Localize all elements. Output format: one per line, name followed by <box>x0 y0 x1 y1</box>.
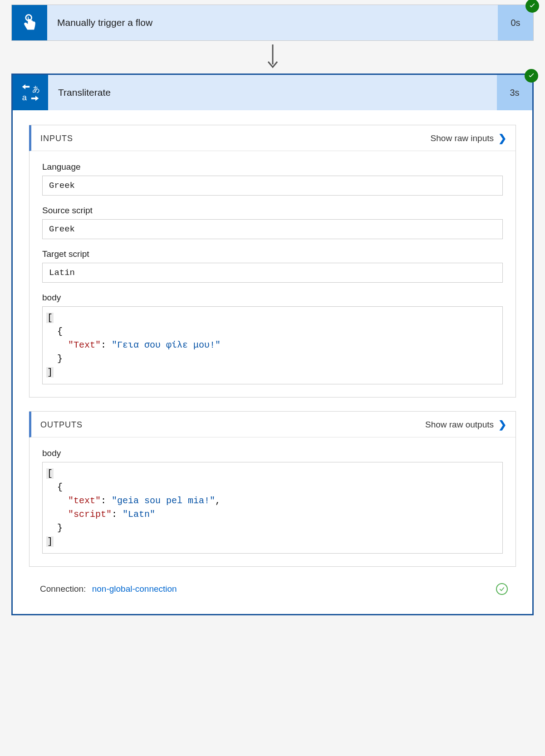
outputs-body: body [ { "text": "geia sou pel mia!", "s… <box>29 437 516 566</box>
trigger-title: Manually trigger a flow <box>47 5 498 40</box>
output-script-val: "Latn" <box>123 509 155 520</box>
input-body-label: body <box>42 293 503 303</box>
output-body-field: body [ { "text": "geia sou pel mia!", "s… <box>42 448 503 554</box>
language-value: Greek <box>42 176 503 196</box>
language-field: Language Greek <box>42 162 503 196</box>
show-raw-outputs-label: Show raw outputs <box>425 420 494 430</box>
input-body-val: "Γεια σου φίλε μου!" <box>112 340 221 350</box>
output-script-key: "script" <box>68 509 112 520</box>
show-raw-inputs-label: Show raw inputs <box>431 133 494 143</box>
source-script-field: Source script Greek <box>42 206 503 239</box>
inputs-body: Language Greek Source script Greek Targe… <box>29 151 516 397</box>
show-raw-outputs-button[interactable]: Show raw outputs ❯ <box>425 419 506 431</box>
output-text-val: "geia sou pel mia!" <box>112 496 215 506</box>
translate-icon: あ a <box>13 75 48 110</box>
trigger-header: Manually trigger a flow 0s <box>12 5 533 40</box>
output-text-key: "text" <box>68 496 101 506</box>
touch-icon <box>12 5 47 40</box>
connection-link[interactable]: non-global-connection <box>92 584 177 594</box>
trigger-card[interactable]: Manually trigger a flow 0s <box>11 5 534 41</box>
inputs-header: INPUTS Show raw inputs ❯ <box>29 125 516 151</box>
source-script-label: Source script <box>42 206 503 216</box>
success-badge-icon <box>525 0 539 13</box>
action-card: あ a Transliterate 3s INPUTS Show raw inp… <box>11 74 534 615</box>
svg-text:あ: あ <box>32 85 40 93</box>
output-body-label: body <box>42 448 503 458</box>
show-raw-inputs-button[interactable]: Show raw inputs ❯ <box>431 133 506 144</box>
source-script-value: Greek <box>42 219 503 239</box>
success-badge-icon <box>525 69 538 83</box>
language-label: Language <box>42 162 503 172</box>
action-title: Transliterate <box>48 75 497 110</box>
chevron-right-icon: ❯ <box>498 419 506 431</box>
chevron-right-icon: ❯ <box>498 133 506 144</box>
connection-footer: Connection: non-global-connection <box>29 580 516 603</box>
arrow-connector-icon <box>11 41 534 74</box>
connection-ok-icon <box>496 583 508 595</box>
outputs-heading: OUTPUTS <box>40 420 83 430</box>
inputs-panel: INPUTS Show raw inputs ❯ Language Greek … <box>29 125 516 398</box>
input-body-field: body [ { "Text": "Γεια σου φίλε μου!" } … <box>42 293 503 384</box>
action-header[interactable]: あ a Transliterate 3s <box>13 75 532 110</box>
connection-label: Connection: <box>40 584 86 594</box>
action-body: INPUTS Show raw inputs ❯ Language Greek … <box>13 110 532 614</box>
target-script-field: Target script Latin <box>42 249 503 283</box>
output-body-code: [ { "text": "geia sou pel mia!", "script… <box>42 462 503 554</box>
target-script-label: Target script <box>42 249 503 259</box>
outputs-panel: OUTPUTS Show raw outputs ❯ body [ { "tex… <box>29 411 516 567</box>
input-body-code: [ { "Text": "Γεια σου φίλε μου!" } ] <box>42 306 503 384</box>
target-script-value: Latin <box>42 263 503 283</box>
svg-text:a: a <box>22 93 27 102</box>
input-body-key: "Text" <box>68 340 101 350</box>
inputs-heading: INPUTS <box>40 134 73 143</box>
outputs-header: OUTPUTS Show raw outputs ❯ <box>29 412 516 437</box>
